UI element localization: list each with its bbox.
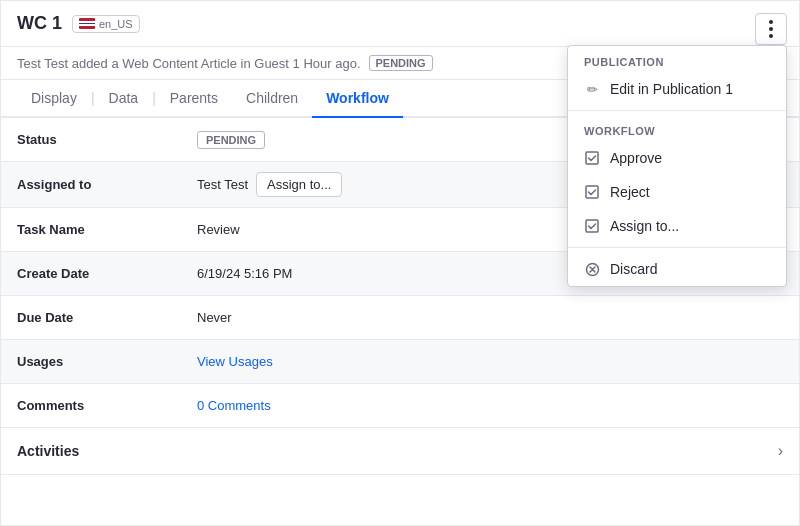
create-date-text: 6/19/24 5:16 PM [197,266,292,281]
approve-label: Approve [610,150,662,166]
assigned-to-value: Test Test Assign to... [181,162,358,207]
reject-label: Reject [610,184,650,200]
pencil-icon [584,81,600,97]
locale-badge: en_US [72,15,140,33]
tab-display[interactable]: Display [17,80,91,118]
locale-text: en_US [99,18,133,30]
header: WC 1 en_US [1,1,799,47]
create-date-value: 6/19/24 5:16 PM [181,256,308,291]
discard-icon [584,261,600,277]
main-container: WC 1 en_US Test Test added a Web Content… [0,0,800,526]
status-value: PENDING [181,121,281,159]
tab-parents[interactable]: Parents [156,80,232,118]
usages-row: Usages View Usages [1,340,799,384]
create-date-label: Create Date [1,256,181,291]
approve-icon [584,150,600,166]
approve-item[interactable]: Approve [568,141,786,175]
comments-value: 0 Comments [181,388,287,423]
pending-badge: PENDING [369,55,433,71]
dropdown-divider-2 [568,247,786,248]
activities-row[interactable]: Activities › [1,428,799,475]
flag-icon [79,18,95,29]
task-name-label: Task Name [1,212,181,247]
chevron-right-icon: › [778,442,783,460]
activities-label: Activities [17,443,79,459]
task-name-value: Review [181,212,256,247]
due-date-value: Never [181,300,248,335]
discard-item[interactable]: Discard [568,252,786,286]
assign-to-menu-icon [584,218,600,234]
workflow-section-header: WORKFLOW [568,115,786,141]
assigned-to-text: Test Test [197,177,248,192]
due-date-text: Never [197,310,232,325]
assign-to-item[interactable]: Assign to... [568,209,786,243]
assigned-to-label: Assigned to [1,167,181,202]
edit-in-publication-label: Edit in Publication 1 [610,81,733,97]
tab-data[interactable]: Data [95,80,153,118]
activity-text: Test Test added a Web Content Article in… [17,56,361,71]
status-badge: PENDING [197,131,265,149]
publication-section-header: PUBLICATION [568,46,786,72]
reject-item[interactable]: Reject [568,175,786,209]
comments-label: Comments [1,388,181,423]
kebab-dots-icon [769,20,773,38]
status-label: Status [1,122,181,157]
task-name-text: Review [197,222,240,237]
comments-row: Comments 0 Comments [1,384,799,428]
usages-label: Usages [1,344,181,379]
due-date-row: Due Date Never [1,296,799,340]
dropdown-menu: PUBLICATION Edit in Publication 1 WORKFL… [567,45,787,287]
usages-value: View Usages [181,344,289,379]
tab-children[interactable]: Children [232,80,312,118]
due-date-label: Due Date [1,300,181,335]
tab-workflow[interactable]: Workflow [312,80,403,118]
edit-in-publication-item[interactable]: Edit in Publication 1 [568,72,786,106]
assign-to-button[interactable]: Assign to... [256,172,342,197]
kebab-menu-button[interactable] [755,13,787,45]
comments-link[interactable]: 0 Comments [197,398,271,413]
assign-to-menu-label: Assign to... [610,218,679,234]
discard-label: Discard [610,261,657,277]
view-usages-link[interactable]: View Usages [197,354,273,369]
reject-icon [584,184,600,200]
page-title: WC 1 [17,13,62,34]
dropdown-divider-1 [568,110,786,111]
